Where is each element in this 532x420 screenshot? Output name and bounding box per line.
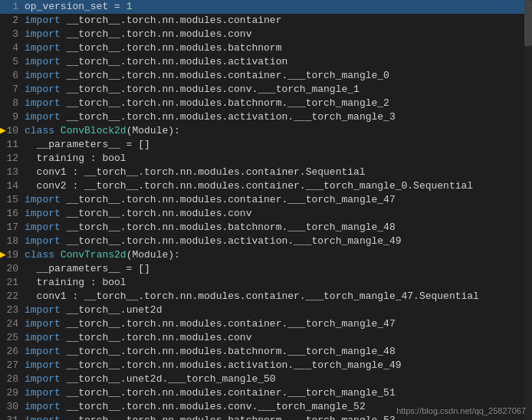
line-number: 7 xyxy=(0,83,25,97)
line-number: 28 xyxy=(0,372,25,386)
table-row: 14 conv2 : __torch__.torch.nn.modules.co… xyxy=(0,179,532,193)
table-row: 26import __torch__.torch.nn.modules.batc… xyxy=(0,345,532,359)
table-row: 20 __parameters__ = [] xyxy=(0,262,532,276)
line-content: import __torch__.torch.nn.modules.conv xyxy=(25,28,532,41)
line-content: import __torch__.torch.nn.modules.activa… xyxy=(25,359,532,372)
line-number: 23 xyxy=(0,304,25,317)
table-row: 29import __torch__.torch.nn.modules.cont… xyxy=(0,386,532,400)
line-content: import __torch__.torch.nn.modules.batchn… xyxy=(25,345,532,359)
line-number: 9 xyxy=(0,110,25,124)
line-content: op_version_set = 1 xyxy=(25,0,532,14)
table-row: 7import __torch__.torch.nn.modules.conv.… xyxy=(0,83,532,97)
line-content: __parameters__ = [] xyxy=(25,138,532,152)
line-number: 5 xyxy=(0,55,25,69)
line-content: import __torch__.torch.nn.modules.conv xyxy=(25,207,532,221)
line-number: 22 xyxy=(0,290,25,304)
line-content: import __torch__.torch.nn.modules.activa… xyxy=(25,55,532,69)
line-content: import __torch__.torch.nn.modules.contai… xyxy=(25,317,532,331)
table-row: 9import __torch__.torch.nn.modules.activ… xyxy=(0,110,532,124)
table-row: 28import __torch__.unet2d.___torch_mangl… xyxy=(0,372,532,386)
line-number: 24 xyxy=(0,317,25,331)
line-number: 31 xyxy=(0,414,25,420)
line-content: import __torch__.torch.nn.modules.batchn… xyxy=(25,221,532,235)
line-number: 14 xyxy=(0,179,25,193)
line-number: 26 xyxy=(0,345,25,359)
table-row: 12 training : bool xyxy=(0,152,532,166)
line-content: training : bool xyxy=(25,276,532,290)
line-content: import __torch__.torch.nn.modules.activa… xyxy=(25,235,532,248)
table-row: ▶19class ConvTrans2d(Module): xyxy=(0,248,532,262)
line-content: conv1 : __torch__.torch.nn.modules.conta… xyxy=(25,166,532,179)
line-number: 16 xyxy=(0,207,25,221)
line-number: 18 xyxy=(0,235,25,248)
line-number: 3 xyxy=(0,28,25,41)
table-row: 4import __torch__.torch.nn.modules.batch… xyxy=(0,41,532,55)
line-number: 6 xyxy=(0,69,25,83)
line-number: 21 xyxy=(0,276,25,290)
line-number: 29 xyxy=(0,386,25,400)
table-row: 11 __parameters__ = [] xyxy=(0,138,532,152)
line-number: 27 xyxy=(0,359,25,372)
line-content: conv1 : __torch__.torch.nn.modules.conta… xyxy=(25,290,532,304)
watermark: https://blog.csdn.net/qq_25827067 xyxy=(396,406,526,415)
line-content: import __torch__.torch.nn.modules.contai… xyxy=(25,193,532,207)
scrollbar-thumb[interactable] xyxy=(524,0,532,46)
line-content: import __torch__.torch.nn.modules.batchn… xyxy=(25,41,532,55)
table-row: 13 conv1 : __torch__.torch.nn.modules.co… xyxy=(0,166,532,179)
line-content: class ConvTrans2d(Module): xyxy=(25,248,532,262)
table-row: 5import __torch__.torch.nn.modules.activ… xyxy=(0,55,532,69)
table-row: 18import __torch__.torch.nn.modules.acti… xyxy=(0,235,532,248)
table-row: ▶10class ConvBlock2d(Module): xyxy=(0,124,532,138)
code-lines: 1op_version_set = 12import __torch__.tor… xyxy=(0,0,532,420)
line-number: 4 xyxy=(0,41,25,55)
table-row: 27import __torch__.torch.nn.modules.acti… xyxy=(0,359,532,372)
arrow-icon: ▶ xyxy=(0,248,6,262)
line-number: 15 xyxy=(0,193,25,207)
line-content: conv2 : __torch__.torch.nn.modules.conta… xyxy=(25,179,532,193)
table-row: 24import __torch__.torch.nn.modules.cont… xyxy=(0,317,532,331)
line-content: import __torch__.torch.nn.modules.conv xyxy=(25,331,532,345)
line-content: import __torch__.torch.nn.modules.contai… xyxy=(25,69,532,83)
line-number: 8 xyxy=(0,97,25,110)
line-number: 17 xyxy=(0,221,25,235)
line-number: 12 xyxy=(0,152,25,166)
table-row: 25import __torch__.torch.nn.modules.conv xyxy=(0,331,532,345)
line-content: import __torch__.unet2d xyxy=(25,304,532,317)
line-content: training : bool xyxy=(25,152,532,166)
line-number: 2 xyxy=(0,14,25,28)
line-number: 30 xyxy=(0,400,25,414)
table-row: 16import __torch__.torch.nn.modules.conv xyxy=(0,207,532,221)
arrow-icon: ▶ xyxy=(0,124,6,138)
line-number: 20 xyxy=(0,262,25,276)
line-number: 13 xyxy=(0,166,25,179)
line-content: import __torch__.torch.nn.modules.batchn… xyxy=(25,97,532,110)
table-row: 22 conv1 : __torch__.torch.nn.modules.co… xyxy=(0,290,532,304)
line-content: import __torch__.torch.nn.modules.conv._… xyxy=(25,83,532,97)
line-number: 1 xyxy=(0,0,25,14)
table-row: 15import __torch__.torch.nn.modules.cont… xyxy=(0,193,532,207)
line-content: class ConvBlock2d(Module): xyxy=(25,124,532,138)
line-number: 25 xyxy=(0,331,25,345)
scrollbar[interactable] xyxy=(524,0,532,420)
table-row: 2import __torch__.torch.nn.modules.conta… xyxy=(0,14,532,28)
line-number: 11 xyxy=(0,138,25,152)
line-content: __parameters__ = [] xyxy=(25,262,532,276)
code-editor: 1op_version_set = 12import __torch__.tor… xyxy=(0,0,532,420)
table-row: 23import __torch__.unet2d xyxy=(0,304,532,317)
line-content: import __torch__.torch.nn.modules.contai… xyxy=(25,14,532,28)
table-row: 21 training : bool xyxy=(0,276,532,290)
table-row: 17import __torch__.torch.nn.modules.batc… xyxy=(0,221,532,235)
table-row: 6import __torch__.torch.nn.modules.conta… xyxy=(0,69,532,83)
line-content: import __torch__.torch.nn.modules.activa… xyxy=(25,110,532,124)
table-row: 1op_version_set = 1 xyxy=(0,0,532,14)
table-row: 3import __torch__.torch.nn.modules.conv xyxy=(0,28,532,41)
line-content: import __torch__.torch.nn.modules.contai… xyxy=(25,386,532,400)
line-content: import __torch__.unet2d.___torch_mangle_… xyxy=(25,372,532,386)
table-row: 8import __torch__.torch.nn.modules.batch… xyxy=(0,97,532,110)
